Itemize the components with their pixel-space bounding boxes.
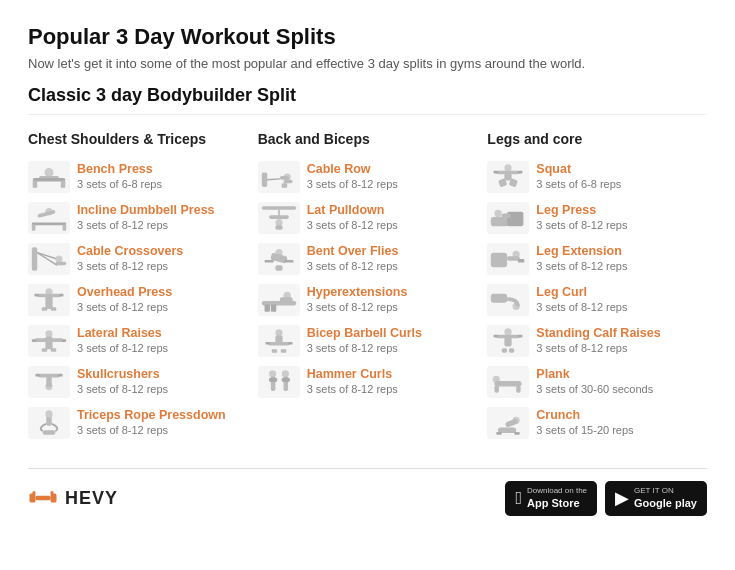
svg-rect-28 [42,348,47,352]
svg-rect-99 [516,386,521,393]
svg-rect-79 [491,217,509,226]
exercise-sets: 3 sets of 8-12 reps [77,219,248,231]
googleplay-label: GET IT ON Google play [634,486,697,511]
exercise-name: Incline Dumbbell Press [77,202,248,218]
svg-rect-65 [280,349,285,353]
svg-rect-92 [518,335,523,338]
exercise-icon-legpress [487,202,529,234]
exercise-sets: 3 sets of 8-12 reps [307,260,478,272]
exercise-sets: 3 sets of 8-12 reps [77,342,248,354]
exercise-info: Bench Press3 sets of 6-8 reps [77,161,248,190]
svg-rect-19 [45,296,52,309]
svg-rect-91 [494,335,499,338]
exercise-icon-hyper [258,284,300,316]
svg-rect-106 [36,496,51,501]
svg-rect-53 [275,265,282,270]
exercise-info: Crunch3 sets of 15-20 reps [536,407,707,436]
exercise-name: Overhead Press [77,284,248,300]
exercise-sets: 3 sets of 15-20 reps [536,424,707,436]
svg-rect-103 [497,432,502,435]
exercise-item: Crunch3 sets of 15-20 reps [487,407,707,439]
appstore-label: Download on the App Store [527,486,587,511]
exercise-info: Bicep Barbell Curls3 sets of 8-12 reps [307,325,478,354]
exercise-info: Hammer Curls3 sets of 8-12 reps [307,366,478,395]
page-footer: HEVY  Download on the App Store ▶ GET I… [28,468,707,516]
exercise-name: Squat [536,161,707,177]
exercise-icon-plank [487,366,529,398]
exercise-sets: 3 sets of 8-12 reps [536,260,707,272]
svg-rect-21 [51,307,56,311]
svg-rect-82 [502,213,511,218]
exercise-info: Squat3 sets of 6-8 reps [536,161,707,190]
exercise-icon-legext [487,243,529,275]
svg-rect-83 [491,253,507,267]
exercise-sets: 3 sets of 8-12 reps [307,383,478,395]
exercise-info: Triceps Rope Pressdown3 sets of 8-12 rep… [77,407,248,436]
exercise-name: Cable Crossovers [77,243,248,259]
svg-rect-57 [264,305,269,312]
exercise-name: Bent Over Flies [307,243,478,259]
column-header-2: Legs and core [487,131,707,151]
svg-line-11 [37,253,57,259]
exercise-item: Skullcrushers3 sets of 8-12 reps [28,366,248,398]
exercise-info: Lateral Raises3 sets of 8-12 reps [77,325,248,354]
svg-rect-75 [518,171,523,174]
exercise-icon-crunch [487,407,529,439]
exercise-info: Leg Curl3 sets of 8-12 reps [536,284,707,313]
googleplay-button[interactable]: ▶ GET IT ON Google play [605,481,707,516]
exercise-sets: 3 sets of 8-12 reps [536,301,707,313]
exercise-sets: 3 sets of 8-12 reps [307,301,478,313]
exercise-sets: 3 sets of 8-12 reps [307,342,478,354]
exercise-item: Standing Calf Raises3 sets of 8-12 reps [487,325,707,357]
exercise-item: Bench Press3 sets of 6-8 reps [28,161,248,193]
svg-rect-52 [284,260,293,263]
exercise-sets: 3 sets of 8-12 reps [307,219,478,231]
svg-rect-27 [62,339,67,342]
svg-rect-108 [33,492,36,495]
exercise-info: Leg Press3 sets of 8-12 reps [536,202,707,231]
svg-point-59 [275,329,282,336]
svg-rect-56 [280,297,293,302]
svg-rect-25 [51,338,64,342]
exercise-sets: 3 sets of 8-12 reps [77,424,248,436]
exercise-sets: 3 sets of 8-12 reps [77,301,248,313]
exercise-item: Leg Extension3 sets of 8-12 reps [487,243,707,275]
exercise-item: Plank3 sets of 30-60 seconds [487,366,707,398]
appstore-button[interactable]:  Download on the App Store [505,481,597,516]
svg-rect-63 [288,342,293,345]
exercise-icon-squat [487,161,529,193]
page-subtitle: Now let's get it into some of the most p… [28,56,707,71]
exercise-name: Plank [536,366,707,382]
exercise-icon-latpull [258,202,300,234]
exercise-info: Leg Extension3 sets of 8-12 reps [536,243,707,272]
exercise-item: Lateral Raises3 sets of 8-12 reps [28,325,248,357]
svg-line-12 [37,253,57,266]
column-2: Legs and coreSquat3 sets of 6-8 repsLeg … [487,131,707,448]
svg-rect-20 [42,307,47,311]
exercise-icon-hammer [258,366,300,398]
svg-rect-58 [271,305,276,312]
exercise-icon-legcurl [487,284,529,316]
exercise-item: Triceps Rope Pressdown3 sets of 8-12 rep… [28,407,248,439]
svg-point-0 [44,168,53,177]
svg-rect-9 [63,224,67,230]
exercise-item: Squat3 sets of 6-8 reps [487,161,707,193]
exercise-sets: 3 sets of 8-12 reps [536,219,707,231]
svg-rect-34 [46,377,51,388]
exercise-info: Overhead Press3 sets of 8-12 reps [77,284,248,313]
svg-rect-7 [32,223,66,226]
svg-point-13 [55,255,62,262]
exercise-name: Bench Press [77,161,248,177]
exercise-sets: 3 sets of 8-12 reps [307,178,478,190]
exercise-icon-calf [487,325,529,357]
exercise-sets: 3 sets of 30-60 seconds [536,383,707,395]
svg-rect-105 [30,494,36,503]
exercise-icon-bench [28,161,70,193]
exercise-item: Hammer Curls3 sets of 8-12 reps [258,366,478,398]
exercise-icon-lateral [28,325,70,357]
svg-rect-87 [491,294,507,303]
exercise-icon-skull [28,366,70,398]
svg-rect-38 [261,172,266,186]
exercise-sets: 3 sets of 6-8 reps [77,178,248,190]
svg-rect-44 [261,206,295,210]
